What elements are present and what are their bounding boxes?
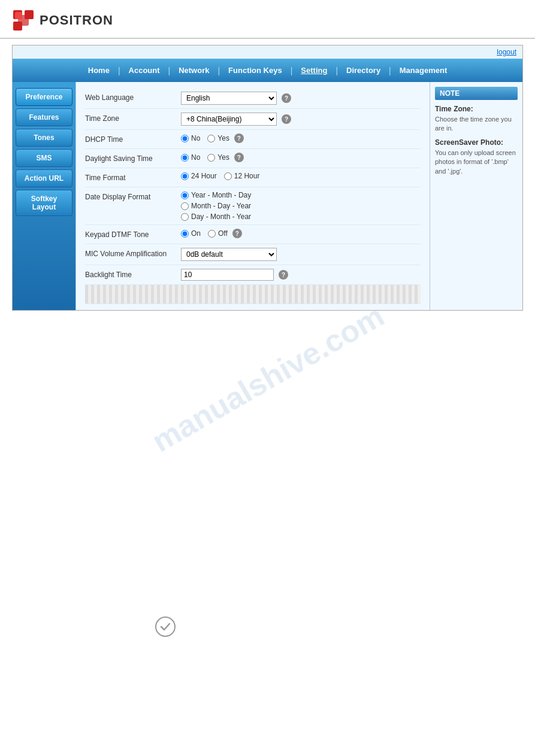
note-timezone-title: Time Zone: bbox=[435, 105, 518, 113]
keypad-dtmf-off-label: Off bbox=[218, 229, 228, 238]
main-container: logout Home | Account | Network | Functi… bbox=[12, 45, 523, 311]
daylight-saving-no-option[interactable]: No bbox=[181, 153, 200, 162]
daylight-saving-yes-option[interactable]: Yes bbox=[207, 153, 229, 162]
keypad-dtmf-help-icon[interactable]: ? bbox=[232, 229, 242, 238]
note-screensaver-title: ScreenSaver Photo: bbox=[435, 138, 518, 147]
backlight-time-help-icon[interactable]: ? bbox=[279, 270, 288, 280]
mic-volume-label: MIC Volume Amplification bbox=[85, 248, 181, 258]
date-format-group: Year - Month - Day Month - Day - Year Da… bbox=[181, 191, 251, 221]
daylight-saving-no-radio[interactable] bbox=[181, 154, 189, 162]
note-header: NOTE bbox=[435, 87, 518, 100]
positron-logo-icon bbox=[12, 9, 35, 32]
nav-function-keys[interactable]: Function Keys bbox=[220, 63, 291, 77]
sidebar-item-action-url[interactable]: Action URL bbox=[16, 169, 72, 187]
keypad-dtmf-off-option[interactable]: Off bbox=[208, 229, 228, 238]
date-format-mdy-radio[interactable] bbox=[181, 202, 189, 210]
keypad-dtmf-row: Keypad DTMF Tone On Off ? bbox=[85, 225, 421, 244]
note-panel: NOTE Time Zone: Choose the time zone you… bbox=[430, 82, 522, 310]
keypad-dtmf-on-option[interactable]: On bbox=[181, 229, 201, 238]
time-format-row: Time Format 24 Hour 12 Hour bbox=[85, 168, 421, 187]
daylight-saving-label: Daylight Saving Time bbox=[85, 153, 181, 163]
time-zone-row: Time Zone +8 China(Beijing) +0 GMT -5 ES… bbox=[85, 109, 421, 130]
time-zone-select[interactable]: +8 China(Beijing) +0 GMT -5 EST bbox=[181, 113, 277, 126]
time-format-12h-radio[interactable] bbox=[224, 172, 232, 180]
nav-home[interactable]: Home bbox=[80, 63, 118, 77]
backlight-time-control: ? bbox=[181, 269, 421, 281]
date-format-dmy-option[interactable]: Day - Month - Year bbox=[181, 212, 251, 221]
keypad-dtmf-control: On Off ? bbox=[181, 229, 421, 238]
keypad-dtmf-on-radio[interactable] bbox=[181, 230, 189, 238]
dhcp-time-no-option[interactable]: No bbox=[181, 134, 200, 142]
date-format-mdy-label: Month - Day - Year bbox=[191, 202, 251, 210]
logo-text: POSITRON bbox=[40, 13, 113, 28]
web-language-help-icon[interactable]: ? bbox=[282, 93, 291, 103]
dhcp-time-yes-label: Yes bbox=[217, 134, 229, 142]
time-format-12h-option[interactable]: 12 Hour bbox=[224, 172, 260, 180]
keypad-dtmf-on-label: On bbox=[191, 229, 201, 238]
keypad-dtmf-radio-group: On Off bbox=[181, 229, 228, 238]
nav-account[interactable]: Account bbox=[120, 63, 168, 77]
svg-point-5 bbox=[156, 617, 175, 636]
dhcp-time-help-icon[interactable]: ? bbox=[234, 133, 244, 143]
nav-network[interactable]: Network bbox=[170, 63, 217, 77]
keypad-dtmf-off-radio[interactable] bbox=[208, 230, 216, 238]
svg-rect-4 bbox=[15, 12, 22, 19]
dhcp-time-radio-group: No Yes bbox=[181, 134, 229, 142]
daylight-saving-row: Daylight Saving Time No Yes bbox=[85, 149, 421, 168]
backlight-time-input[interactable] bbox=[181, 269, 274, 281]
daylight-saving-help-icon[interactable]: ? bbox=[234, 153, 244, 162]
mic-volume-row: MIC Volume Amplification 0dB default +3d… bbox=[85, 244, 421, 265]
date-format-mdy-option[interactable]: Month - Day - Year bbox=[181, 202, 251, 210]
daylight-saving-control: No Yes ? bbox=[181, 153, 421, 162]
more-rows-indicator bbox=[85, 285, 421, 304]
nav-setting[interactable]: Setting bbox=[292, 63, 335, 77]
note-screensaver-text: You can only upload screen photos in for… bbox=[435, 148, 518, 176]
date-format-ymd-radio[interactable] bbox=[181, 192, 189, 199]
mic-volume-select[interactable]: 0dB default +3dB +6dB -3dB bbox=[181, 248, 277, 261]
time-zone-label: Time Zone bbox=[85, 113, 181, 123]
logout-link[interactable]: logout bbox=[497, 48, 516, 56]
date-format-dmy-label: Day - Month - Year bbox=[191, 212, 251, 221]
time-format-12h-label: 12 Hour bbox=[234, 172, 260, 180]
date-display-control: Year - Month - Day Month - Day - Year Da… bbox=[181, 191, 421, 221]
web-language-select[interactable]: English Chinese French bbox=[181, 92, 277, 105]
sidebar-item-preference[interactable]: Preference bbox=[16, 88, 72, 106]
logout-bar: logout bbox=[13, 45, 522, 59]
sidebar: Preference Features Tones SMS Action URL… bbox=[13, 82, 75, 310]
time-zone-help-icon[interactable]: ? bbox=[282, 114, 291, 124]
date-format-ymd-option[interactable]: Year - Month - Day bbox=[181, 191, 251, 199]
logo: POSITRON bbox=[12, 9, 113, 32]
web-language-label: Web Language bbox=[85, 92, 181, 102]
nav-bar: Home | Account | Network | Function Keys… bbox=[13, 59, 522, 82]
daylight-saving-radio-group: No Yes bbox=[181, 153, 229, 162]
mic-volume-control: 0dB default +3dB +6dB -3dB bbox=[181, 248, 421, 261]
sidebar-item-tones[interactable]: Tones bbox=[16, 129, 72, 147]
date-format-dmy-radio[interactable] bbox=[181, 213, 189, 221]
sidebar-item-softkey-layout[interactable]: Softkey Layout bbox=[16, 190, 72, 216]
web-language-row: Web Language English Chinese French ? bbox=[85, 88, 421, 109]
nav-management[interactable]: Management bbox=[391, 63, 455, 77]
dhcp-time-yes-option[interactable]: Yes bbox=[207, 134, 229, 142]
watermark: manualshive.com bbox=[146, 297, 390, 459]
daylight-saving-no-label: No bbox=[191, 153, 200, 162]
date-format-ymd-label: Year - Month - Day bbox=[191, 191, 251, 199]
dhcp-time-row: DHCP Time No Yes ? bbox=[85, 130, 421, 149]
time-format-24h-label: 24 Hour bbox=[191, 172, 217, 180]
date-display-row: Date Display Format Year - Month - Day M… bbox=[85, 187, 421, 225]
sidebar-item-features[interactable]: Features bbox=[16, 108, 72, 126]
dhcp-time-control: No Yes ? bbox=[181, 133, 421, 143]
daylight-saving-yes-radio[interactable] bbox=[207, 154, 215, 162]
daylight-saving-yes-label: Yes bbox=[217, 153, 229, 162]
dhcp-time-yes-radio[interactable] bbox=[207, 135, 215, 142]
time-format-24h-radio[interactable] bbox=[181, 172, 189, 180]
main-panel: Web Language English Chinese French ? Ti… bbox=[75, 82, 430, 310]
sidebar-item-sms[interactable]: SMS bbox=[16, 149, 72, 167]
time-format-24h-option[interactable]: 24 Hour bbox=[181, 172, 217, 180]
content-layout: Preference Features Tones SMS Action URL… bbox=[13, 82, 522, 310]
page-header: POSITRON bbox=[0, 0, 535, 39]
nav-directory[interactable]: Directory bbox=[338, 63, 389, 77]
dhcp-time-no-radio[interactable] bbox=[181, 135, 189, 142]
date-display-label: Date Display Format bbox=[85, 191, 181, 201]
web-language-control: English Chinese French ? bbox=[181, 92, 421, 105]
dhcp-time-no-label: No bbox=[191, 134, 200, 142]
